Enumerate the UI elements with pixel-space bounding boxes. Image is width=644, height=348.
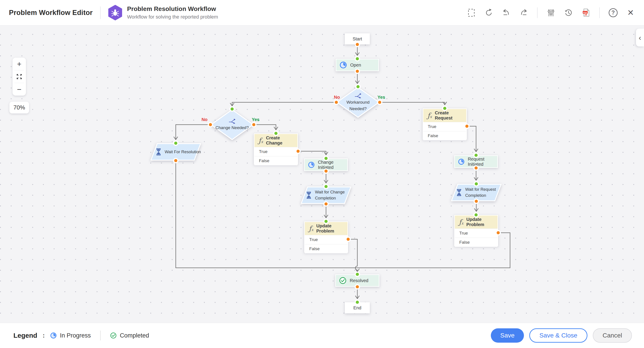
- redo-button[interactable]: [518, 7, 529, 18]
- input-port[interactable]: [274, 132, 278, 135]
- branch-label-yes: Yes: [252, 117, 272, 122]
- connector-wires: [0, 0, 644, 348]
- update-problem-false-row[interactable]: False: [305, 244, 348, 253]
- node-workaround-needed[interactable]: Workaround Needed?: [336, 87, 380, 118]
- node-request-initiated[interactable]: Request Initiated: [454, 155, 498, 168]
- input-port[interactable]: [475, 182, 478, 185]
- input-port[interactable]: [174, 142, 177, 145]
- node-create-request[interactable]: ƒx Create Request True False: [422, 108, 467, 140]
- history-button[interactable]: [563, 7, 574, 18]
- output-port[interactable]: [296, 150, 300, 153]
- node-workaround-label: Workaround Needed?: [341, 99, 375, 112]
- branch-label-yes: Yes: [378, 95, 398, 100]
- branch-label-no: No: [320, 95, 340, 100]
- node-update-problem-request[interactable]: ƒx Update Problem True False: [454, 215, 498, 246]
- plus-icon: +: [17, 60, 22, 68]
- zoom-out-button[interactable]: −: [12, 83, 26, 96]
- output-port[interactable]: [474, 167, 478, 170]
- node-wait-for-resolution-label: Wait For Resolution: [165, 149, 199, 155]
- input-port[interactable]: [356, 273, 359, 276]
- workflow-title: Problem Resolution Workflow: [127, 5, 218, 12]
- output-port[interactable]: [174, 159, 177, 162]
- problem-bug-icon: [108, 5, 122, 20]
- false-row-label: False: [459, 240, 470, 245]
- history-clock-icon: [564, 8, 573, 18]
- output-port[interactable]: [335, 101, 338, 104]
- input-port[interactable]: [443, 107, 446, 110]
- output-port[interactable]: [324, 170, 328, 173]
- undo-button[interactable]: [501, 7, 512, 18]
- create-change-true-row[interactable]: True: [254, 147, 298, 156]
- help-button[interactable]: ?: [608, 7, 618, 18]
- create-change-false-row[interactable]: False: [254, 156, 298, 165]
- output-port[interactable]: [465, 125, 468, 128]
- output-port[interactable]: [209, 123, 212, 126]
- input-port[interactable]: [356, 57, 359, 60]
- output-port[interactable]: [346, 238, 350, 241]
- input-port[interactable]: [324, 220, 328, 223]
- node-wait-for-request-completion[interactable]: Wait for Request Completion: [451, 184, 502, 201]
- update-problem-true-row[interactable]: True: [305, 235, 348, 244]
- workflow-canvas[interactable]: Start Open Workaround Needed?: [0, 0, 644, 348]
- select-area-button[interactable]: [466, 7, 477, 18]
- output-port[interactable]: [356, 43, 359, 46]
- refresh-icon: [484, 8, 494, 18]
- node-update-problem-change[interactable]: ƒx Update Problem True False: [304, 221, 348, 253]
- save-button[interactable]: Save: [491, 328, 524, 343]
- hourglass-icon: [306, 191, 312, 199]
- save-and-close-button[interactable]: Save & Close: [529, 328, 588, 343]
- header-bar: Problem Workflow Editor Problem Resoluti…: [0, 0, 644, 25]
- update-problem-false-row[interactable]: False: [455, 238, 498, 247]
- output-port[interactable]: [475, 200, 478, 203]
- in-progress-icon: [50, 332, 57, 339]
- update-problem-true-row[interactable]: True: [455, 228, 498, 238]
- node-end-label: End: [353, 305, 361, 311]
- divider: [537, 7, 538, 18]
- pdf-label: PDF: [583, 11, 588, 13]
- input-port[interactable]: [356, 301, 359, 304]
- function-icon: ƒx: [427, 112, 432, 119]
- true-row-label: True: [259, 149, 268, 154]
- input-port[interactable]: [474, 213, 478, 216]
- node-wait-for-resolution[interactable]: Wait For Resolution: [150, 143, 201, 161]
- node-change-needed[interactable]: Change Needed?: [210, 109, 254, 140]
- node-end[interactable]: End: [345, 302, 370, 313]
- create-request-true-row[interactable]: True: [423, 122, 466, 131]
- create-request-false-row[interactable]: False: [423, 131, 466, 140]
- undo-icon: [501, 8, 511, 18]
- output-port[interactable]: [356, 285, 359, 288]
- sliders-icon: [546, 8, 556, 18]
- close-button[interactable]: ✕: [625, 7, 636, 18]
- panel-collapse-tab[interactable]: ‹: [636, 29, 644, 46]
- input-port[interactable]: [324, 157, 328, 160]
- output-port[interactable]: [356, 70, 359, 73]
- cancel-button[interactable]: Cancel: [593, 328, 632, 343]
- in-progress-icon: [340, 61, 347, 69]
- chevron-left-icon: ‹: [639, 33, 641, 42]
- export-pdf-button[interactable]: PDF: [580, 7, 591, 18]
- output-port[interactable]: [324, 202, 328, 205]
- node-change-initiated[interactable]: Change Initiated: [304, 158, 348, 171]
- fit-to-screen-button[interactable]: [12, 70, 26, 83]
- output-port[interactable]: [252, 123, 255, 126]
- zoom-in-button[interactable]: +: [12, 58, 26, 70]
- input-port[interactable]: [324, 185, 328, 188]
- node-open[interactable]: Open: [336, 59, 379, 71]
- legend-item-in-progress: In Progress: [50, 332, 91, 339]
- input-port[interactable]: [230, 107, 234, 111]
- true-row-label: True: [309, 237, 318, 242]
- node-wait-for-change-completion[interactable]: Wait for Change Completion: [301, 186, 351, 204]
- minus-icon: −: [17, 85, 22, 94]
- node-update-problem-label: Update Problem: [316, 223, 348, 234]
- workflow-settings-button[interactable]: [546, 7, 556, 18]
- input-port[interactable]: [474, 154, 478, 157]
- input-port[interactable]: [356, 85, 360, 88]
- in-progress-icon: [458, 158, 465, 166]
- output-port[interactable]: [497, 231, 500, 234]
- output-port[interactable]: [378, 101, 381, 104]
- node-resolved[interactable]: Resolved: [335, 274, 380, 287]
- decision-branch-icon: [228, 118, 236, 124]
- refresh-button[interactable]: [484, 7, 494, 18]
- zoom-level-indicator[interactable]: 70%: [10, 102, 29, 114]
- node-create-change[interactable]: ƒx Create Change True False: [254, 133, 298, 165]
